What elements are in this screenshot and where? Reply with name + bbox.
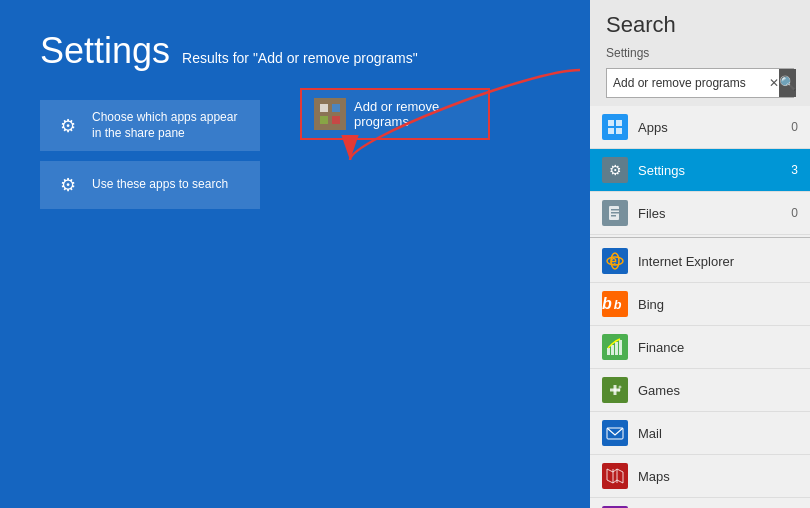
gear-icon-2: ⚙ xyxy=(54,171,82,199)
mail-icon xyxy=(602,420,628,446)
settings-icon: ⚙ xyxy=(602,157,628,183)
setting-item-label-share: Choose which apps appear in the share pa… xyxy=(92,110,246,141)
svg-marker-29 xyxy=(607,469,623,483)
page-title: Settings xyxy=(40,30,170,72)
nav-item-games[interactable]: Games xyxy=(590,369,810,412)
svg-text:e: e xyxy=(610,254,617,268)
header-row: Settings Results for "Add or remove prog… xyxy=(40,30,550,76)
nav-item-settings[interactable]: ⚙ Settings 3 xyxy=(590,149,810,192)
search-input[interactable] xyxy=(607,76,769,90)
games-icon xyxy=(602,377,628,403)
nav-count-files: 0 xyxy=(782,206,798,220)
nav-label-files: Files xyxy=(638,206,772,221)
search-input-row: ✕ 🔍 xyxy=(606,68,794,98)
ie-icon: e xyxy=(602,248,628,274)
search-context-label: Settings xyxy=(606,46,794,60)
nav-item-bing[interactable]: b b Bing xyxy=(590,283,810,326)
nav-item-maps[interactable]: Maps xyxy=(590,455,810,498)
nav-item-apps[interactable]: Apps 0 xyxy=(590,106,810,149)
nav-count-apps: 0 xyxy=(782,120,798,134)
setting-item-label-search: Use these apps to search xyxy=(92,177,228,193)
nav-label-ie: Internet Explorer xyxy=(638,254,798,269)
search-header: Search Settings ✕ 🔍 xyxy=(590,0,810,106)
nav-item-files[interactable]: Files 0 xyxy=(590,192,810,235)
svg-rect-4 xyxy=(332,116,340,124)
files-icon xyxy=(602,200,628,226)
nav-label-finance: Finance xyxy=(638,340,798,355)
bing-icon: b b xyxy=(602,291,628,317)
setting-item-search[interactable]: ⚙ Use these apps to search xyxy=(40,161,260,209)
finance-icon xyxy=(602,334,628,360)
nav-item-music[interactable]: Music xyxy=(590,498,810,508)
nav-label-bing: Bing xyxy=(638,297,798,312)
svg-rect-19 xyxy=(607,348,610,355)
svg-point-27 xyxy=(618,389,621,392)
maps-icon xyxy=(602,463,628,489)
svg-rect-11 xyxy=(611,209,619,211)
svg-rect-2 xyxy=(332,104,340,112)
results-subtitle: Results for "Add or remove programs" xyxy=(182,40,418,66)
search-go-button[interactable]: 🔍 xyxy=(779,69,796,97)
svg-rect-13 xyxy=(611,215,616,217)
svg-rect-8 xyxy=(608,128,614,134)
result-item-add-remove[interactable]: Add or remove programs xyxy=(300,88,490,140)
svg-rect-1 xyxy=(320,104,328,112)
nav-label-settings: Settings xyxy=(638,163,772,178)
svg-rect-7 xyxy=(616,120,622,126)
nav-label-mail: Mail xyxy=(638,426,798,441)
apps-icon xyxy=(602,114,628,140)
nav-count-settings: 3 xyxy=(782,163,798,177)
search-sidebar: Search Settings ✕ 🔍 Apps 0 ⚙ Settings 3 xyxy=(590,0,810,508)
nav-item-finance[interactable]: Finance xyxy=(590,326,810,369)
nav-item-ie[interactable]: e Internet Explorer xyxy=(590,240,810,283)
nav-label-games: Games xyxy=(638,383,798,398)
search-panel-title: Search xyxy=(606,12,794,38)
svg-rect-3 xyxy=(320,116,328,124)
svg-rect-20 xyxy=(611,345,614,355)
search-clear-button[interactable]: ✕ xyxy=(769,69,779,97)
nav-label-maps: Maps xyxy=(638,469,798,484)
svg-rect-22 xyxy=(619,340,622,355)
result-item-label: Add or remove programs xyxy=(354,99,476,129)
svg-rect-12 xyxy=(611,212,619,214)
nav-label-apps: Apps xyxy=(638,120,772,135)
setting-item-share[interactable]: ⚙ Choose which apps appear in the share … xyxy=(40,100,260,151)
svg-rect-21 xyxy=(615,342,618,355)
add-remove-programs-icon xyxy=(314,98,346,130)
svg-point-26 xyxy=(619,386,622,389)
svg-rect-6 xyxy=(608,120,614,126)
svg-text:b: b xyxy=(614,298,622,312)
nav-items-list: Apps 0 ⚙ Settings 3 Files 0 xyxy=(590,106,810,508)
main-content-area: Settings Results for "Add or remove prog… xyxy=(0,0,590,508)
nav-item-mail[interactable]: Mail xyxy=(590,412,810,455)
gear-icon: ⚙ xyxy=(54,112,82,140)
svg-rect-9 xyxy=(616,128,622,134)
